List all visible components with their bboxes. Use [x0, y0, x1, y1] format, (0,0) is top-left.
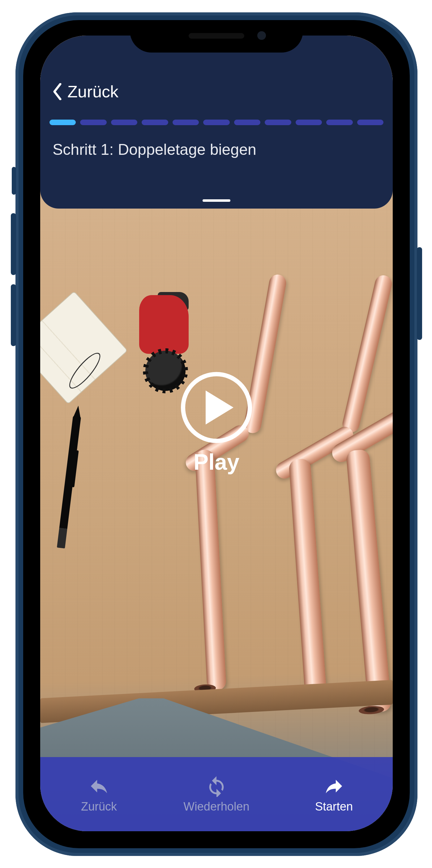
progress-segment[interactable]	[173, 120, 199, 125]
app-stage: Play Zurück Schritt 1: Doppeletage biege…	[0, 0, 432, 868]
back-label: Zurück	[67, 82, 118, 101]
power-button[interactable]	[417, 247, 422, 340]
progress-segment[interactable]	[203, 120, 229, 125]
copper-pipe-1	[195, 449, 227, 691]
progress-segment[interactable]	[80, 120, 106, 125]
copper-pipe-2	[341, 274, 393, 434]
bottombar-label: Starten	[315, 800, 353, 813]
progress-segment[interactable]	[234, 120, 260, 125]
copper-pipe-3	[346, 449, 392, 713]
progress-segment[interactable]	[142, 120, 168, 125]
drag-handle[interactable]	[203, 199, 230, 202]
progress-segment[interactable]	[111, 120, 137, 125]
copper-pipe-2	[289, 458, 327, 697]
phone-frame: Play Zurück Schritt 1: Doppeletage biege…	[16, 12, 417, 856]
bottombar-label: Wiederholen	[183, 800, 249, 813]
back-button[interactable]: Zurück	[40, 82, 393, 101]
bottombar-item-back[interactable]: Zurück	[40, 757, 158, 831]
play-icon	[181, 372, 252, 443]
play-button[interactable]: Play	[181, 372, 252, 474]
play-label: Play	[194, 449, 239, 474]
volume-down-button[interactable]	[11, 284, 16, 346]
bottom-bar: ZurückWiederholenStarten	[40, 757, 393, 831]
progress-segment[interactable]	[357, 120, 383, 125]
phone-notch	[130, 20, 303, 53]
phone-bezel: Play Zurück Schritt 1: Doppeletage biege…	[23, 20, 410, 848]
app-screen: Play Zurück Schritt 1: Doppeletage biege…	[40, 35, 393, 831]
progress-bar	[40, 101, 393, 125]
progress-segment[interactable]	[326, 120, 352, 125]
share-icon	[323, 775, 345, 797]
marker-pen-prop	[57, 415, 81, 549]
chevron-left-icon	[53, 83, 62, 100]
mute-switch[interactable]	[12, 167, 16, 195]
bottombar-item-start[interactable]: Starten	[275, 757, 393, 831]
ruler-prop	[40, 291, 128, 404]
progress-segment[interactable]	[50, 120, 76, 125]
bottombar-item-repeat[interactable]: Wiederholen	[158, 757, 275, 831]
bottombar-label: Zurück	[81, 800, 117, 813]
header-panel: Zurück Schritt 1: Doppeletage biegen	[40, 35, 393, 209]
volume-up-button[interactable]	[11, 213, 16, 275]
progress-segment[interactable]	[265, 120, 291, 125]
reply-icon	[88, 775, 110, 797]
copper-pipe-3-end	[358, 705, 384, 715]
step-title: Schritt 1: Doppeletage biegen	[40, 125, 393, 158]
reload-icon	[206, 775, 227, 797]
progress-segment[interactable]	[296, 120, 322, 125]
